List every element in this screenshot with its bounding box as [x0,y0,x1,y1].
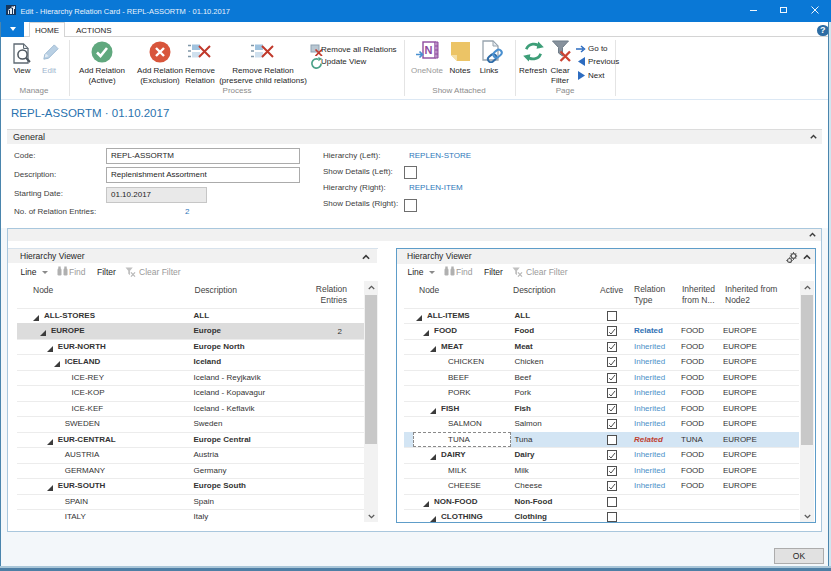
svg-text:N: N [425,44,433,56]
